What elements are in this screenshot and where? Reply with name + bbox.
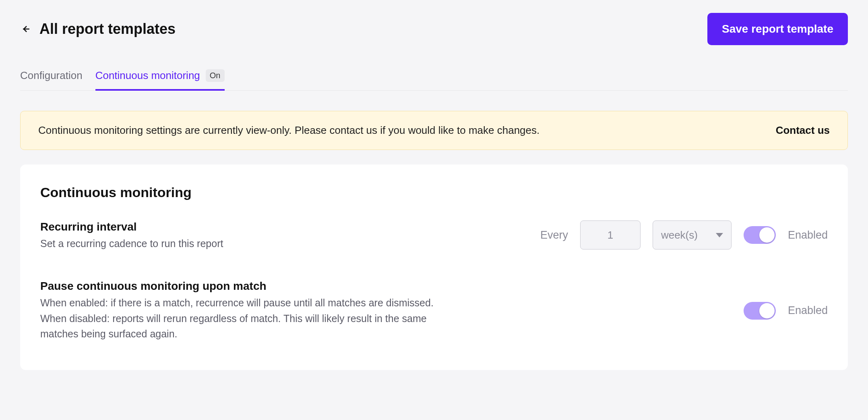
tab-label: Configuration [20,69,83,82]
status-badge: On [206,69,225,82]
setting-controls: Enabled [744,302,828,320]
back-button[interactable] [20,23,31,35]
tab-configuration[interactable]: Configuration [20,69,83,91]
chevron-down-icon [716,233,723,237]
header-left: All report templates [20,21,176,37]
tab-label: Continuous monitoring [95,69,200,82]
setting-controls: Every week(s) Enabled [540,220,828,250]
setting-info: Pause continuous monitoring upon match W… [40,280,463,342]
save-report-template-button[interactable]: Save report template [707,13,848,45]
pause-enabled-toggle[interactable] [744,302,776,320]
card-title: Continuous monitoring [40,185,828,200]
setting-description: Set a recurring cadence to run this repo… [40,236,463,252]
page-header: All report templates Save report templat… [20,13,848,45]
setting-title: Pause continuous monitoring upon match [40,280,463,293]
select-value: week(s) [661,229,698,241]
interval-unit-select[interactable]: week(s) [653,220,732,250]
setting-title: Recurring interval [40,220,463,233]
monitoring-card: Continuous monitoring Recurring interval… [20,164,848,370]
page-title: All report templates [39,21,176,37]
setting-info: Recurring interval Set a recurring caden… [40,220,463,252]
contact-us-link[interactable]: Contact us [776,124,830,137]
pause-on-match-row: Pause continuous monitoring upon match W… [40,280,828,342]
recurring-interval-row: Recurring interval Set a recurring caden… [40,220,828,252]
info-banner: Continuous monitoring settings are curre… [20,111,848,150]
toggle-label: Enabled [788,229,828,241]
toggle-knob [759,227,775,243]
banner-text: Continuous monitoring settings are curre… [38,124,539,137]
setting-description: When enabled: if there is a match, recur… [40,295,463,342]
toggle-knob [759,303,775,318]
tabs: Configuration Continuous monitoring On [20,69,848,91]
recurring-enabled-toggle[interactable] [744,226,776,244]
interval-number-input[interactable] [580,220,641,250]
tab-continuous-monitoring[interactable]: Continuous monitoring On [95,69,225,91]
every-label: Every [540,229,568,241]
arrow-left-icon [21,24,31,34]
toggle-label: Enabled [788,304,828,317]
